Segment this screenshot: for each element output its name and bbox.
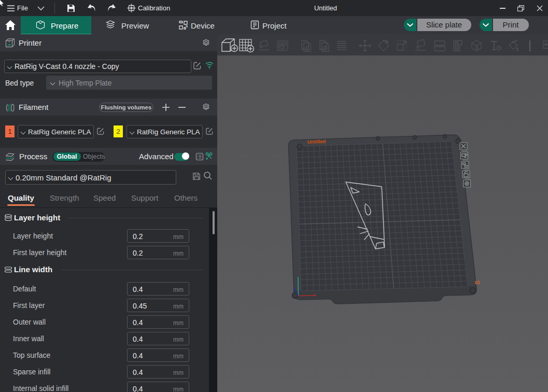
svg-text:01: 01 [475,280,480,285]
svg-text:Untitled: Untitled [307,138,326,145]
